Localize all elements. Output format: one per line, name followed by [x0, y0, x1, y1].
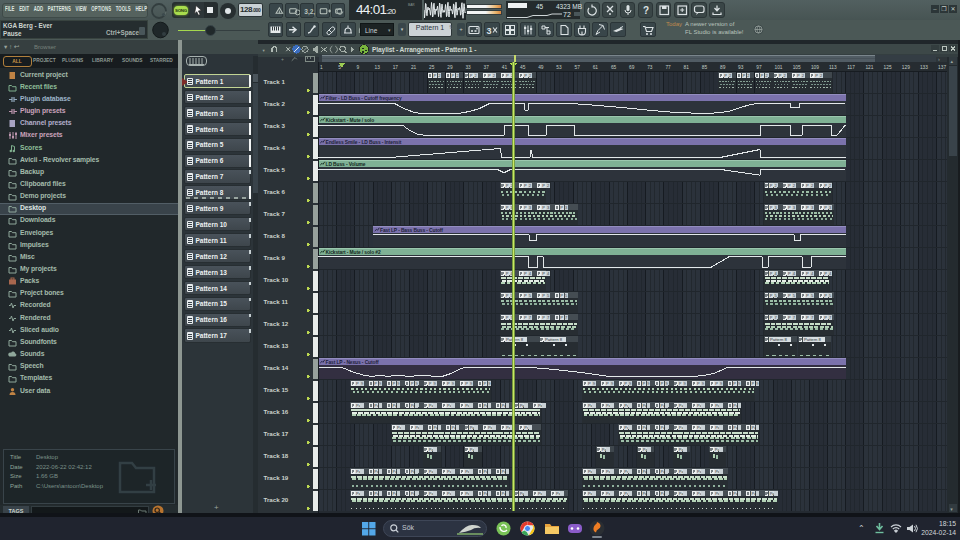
svg-text:P: P [770, 293, 773, 298]
svg-text:Endless Smile - LD Buss - Int: Endless Smile - LD Buss - Intensit [326, 140, 402, 145]
svg-text:P: P [506, 73, 509, 78]
svg-text:113: 113 [829, 65, 837, 70]
svg-text:P: P [770, 271, 773, 276]
svg-text:P: P [806, 271, 809, 276]
svg-text:P: P [624, 381, 627, 386]
svg-text:Track 7: Track 7 [264, 210, 286, 217]
svg-text:P: P [506, 293, 509, 298]
svg-text:P: P [770, 183, 773, 188]
svg-text:P: P [770, 315, 773, 320]
svg-text:Kickstart - Mute / solo #2: Kickstart - Mute / solo #2 [326, 250, 381, 255]
svg-text:133: 133 [920, 65, 928, 70]
svg-text:Track 11: Track 11 [264, 298, 289, 305]
svg-text:53: 53 [556, 65, 562, 70]
svg-text:P: P [465, 381, 468, 386]
svg-text:Playlist - Arrangement - Patt: Playlist - Arrangement - Pattern 1 - [372, 46, 476, 54]
svg-text:109: 109 [811, 65, 819, 70]
svg-text:65: 65 [611, 65, 617, 70]
svg-text:P: P [506, 271, 509, 276]
svg-text:P: P [506, 315, 509, 320]
svg-text:P: P [524, 73, 527, 78]
svg-text:P: P [788, 293, 791, 298]
svg-text:93: 93 [738, 65, 744, 70]
svg-text:P: P [542, 271, 545, 276]
svg-text:P: P [542, 315, 545, 320]
svg-text:37: 37 [484, 65, 490, 70]
svg-text:P: P [452, 73, 455, 78]
svg-text:57: 57 [575, 65, 581, 70]
svg-text:P: P [806, 183, 809, 188]
svg-text:45: 45 [520, 65, 526, 70]
svg-text:49: 49 [538, 65, 544, 70]
svg-text:P: P [642, 381, 645, 386]
svg-text:121: 121 [865, 65, 873, 70]
svg-text:Track 19: Track 19 [264, 474, 289, 481]
svg-text:101: 101 [775, 65, 783, 70]
svg-text:Track 20: Track 20 [264, 496, 289, 503]
svg-text:P: P [411, 381, 414, 386]
svg-text:P: P [524, 315, 527, 320]
svg-text:77: 77 [665, 65, 671, 70]
svg-text:P: P [806, 293, 809, 298]
svg-text:Track 1: Track 1 [264, 78, 286, 85]
svg-text:P: P [488, 73, 491, 78]
svg-text:33: 33 [465, 65, 471, 70]
svg-text:Track 12: Track 12 [264, 320, 289, 327]
svg-text:73: 73 [647, 65, 653, 70]
svg-text:Fast LP - Nexus - Cutoff: Fast LP - Nexus - Cutoff [326, 360, 379, 365]
svg-text:P: P [542, 205, 545, 210]
svg-text:P: P [470, 73, 473, 78]
svg-text:P: P [679, 381, 682, 386]
svg-text:P: P [560, 205, 563, 210]
svg-text:69: 69 [629, 65, 635, 70]
svg-text:29: 29 [447, 65, 453, 70]
svg-text:P: P [433, 73, 436, 78]
svg-text:3,2,: 3,2, [304, 8, 315, 16]
svg-text:P: P [742, 73, 745, 78]
svg-text:3: 3 [487, 25, 492, 35]
svg-text:P: P [788, 315, 791, 320]
svg-text:Track 10: Track 10 [264, 276, 289, 283]
svg-text:89: 89 [720, 65, 726, 70]
svg-text:Track 9: Track 9 [264, 254, 286, 261]
svg-text:Filter - LD Buss - Cutoff fre: Filter - LD Buss - Cutoff frequency [326, 96, 402, 101]
svg-text:21: 21 [411, 65, 417, 70]
svg-text:Pattern 8: Pattern 8 [506, 337, 524, 342]
svg-text:61: 61 [593, 65, 599, 70]
svg-text:17: 17 [393, 65, 399, 70]
svg-text:Track 5: Track 5 [264, 166, 286, 173]
svg-text:P: P [752, 381, 755, 386]
svg-text:Track 13: Track 13 [264, 342, 289, 349]
svg-text:P: P [788, 205, 791, 210]
svg-text:97: 97 [756, 65, 762, 70]
svg-text:Fast LP - Bass Buss - Cutoff: Fast LP - Bass Buss - Cutoff [380, 228, 443, 233]
svg-text:LD Buss - Volume: LD Buss - Volume [326, 162, 366, 167]
svg-text:P: P [393, 381, 396, 386]
svg-text:25: 25 [429, 65, 435, 70]
svg-text:1: 1 [320, 65, 323, 70]
svg-text:P: P [542, 183, 545, 188]
svg-text:P: P [606, 381, 609, 386]
svg-text:Track 18: Track 18 [264, 452, 289, 459]
svg-text:Track 17: Track 17 [264, 430, 289, 437]
svg-text:P: P [824, 183, 827, 188]
svg-text:P: P [524, 293, 527, 298]
svg-text:Track 15: Track 15 [264, 386, 289, 393]
svg-text:P: P [429, 381, 432, 386]
svg-text:13: 13 [375, 65, 381, 70]
svg-text:Kickstart - Mute / solo: Kickstart - Mute / solo [326, 118, 375, 123]
svg-text:125: 125 [884, 65, 892, 70]
svg-text:P: P [824, 271, 827, 276]
svg-text:P: P [560, 293, 563, 298]
svg-text:P: P [788, 183, 791, 188]
svg-text:Pattern 8: Pattern 8 [770, 337, 788, 342]
svg-text:Track 14: Track 14 [264, 364, 289, 371]
svg-text:P: P [506, 183, 509, 188]
svg-text:+: + [281, 56, 284, 62]
svg-text:85: 85 [702, 65, 708, 70]
svg-text:P: P [356, 381, 359, 386]
svg-text:P: P [374, 381, 377, 386]
svg-text:P: P [770, 205, 773, 210]
svg-text:P: P [806, 315, 809, 320]
svg-text:P: P [761, 73, 764, 78]
